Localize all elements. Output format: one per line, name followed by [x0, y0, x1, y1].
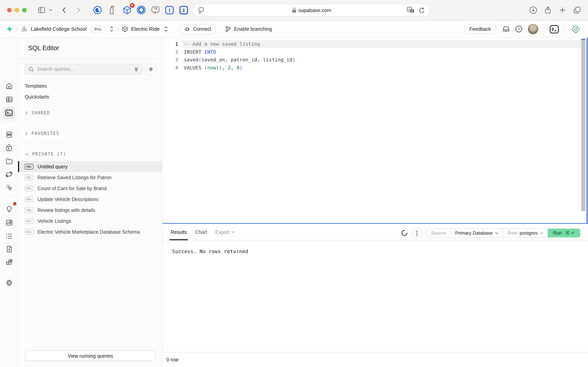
share-icon[interactable]: [544, 6, 552, 14]
query-list-item[interactable]: SQLElectric Vehicle Marketplace Database…: [18, 226, 162, 237]
zoom-window-button[interactable]: [22, 8, 27, 12]
edge-functions-icon[interactable]: [3, 168, 15, 180]
view-running-queries-button[interactable]: View running queries: [25, 350, 156, 361]
run-button[interactable]: Run ⌘ ↵: [548, 229, 580, 237]
terminal-icon[interactable]: [549, 24, 559, 34]
avatar[interactable]: [528, 24, 539, 34]
plug-icon: [184, 27, 190, 31]
tab-overview-icon[interactable]: [573, 6, 581, 14]
sql-badge-icon: SQL: [25, 175, 33, 180]
database-icon[interactable]: [3, 129, 15, 141]
sql-editor-icon[interactable]: [3, 107, 15, 119]
sql-badge-icon: SQL: [25, 208, 33, 213]
cleaner-extension-icon[interactable]: [108, 5, 115, 15]
clip-extension-icon[interactable]: [151, 6, 160, 15]
new-tab-icon[interactable]: [559, 6, 566, 14]
loading-spinner-icon: [401, 230, 408, 236]
heart-badge: ♥: [130, 3, 134, 8]
query-list: SQLUntitled querySQLRetrieve Saved Listi…: [18, 161, 162, 237]
org-icon: [21, 26, 27, 32]
supabase-logo[interactable]: [6, 25, 13, 33]
instapaper-alt-extension-icon[interactable]: I: [179, 6, 188, 15]
section-private[interactable]: PRIVATE (7): [25, 151, 66, 157]
sql-badge-icon: SQL: [25, 164, 33, 169]
query-list-item[interactable]: SQLUpdate Vehicle Descriptions: [18, 194, 162, 205]
code-lines: -- Add a new saved listingINSERT INTOsav…: [184, 40, 295, 72]
translate-icon[interactable]: A 文: [407, 7, 415, 14]
tab-chart[interactable]: Chart: [195, 224, 207, 240]
connect-button[interactable]: Connect: [179, 24, 216, 34]
reports-icon[interactable]: [3, 217, 15, 229]
search-input[interactable]: [36, 66, 131, 72]
home-icon[interactable]: [3, 80, 15, 92]
project-cube-icon: [122, 26, 128, 32]
search-queries-field[interactable]: [25, 64, 143, 75]
minimize-window-button[interactable]: [15, 8, 19, 12]
logs-icon[interactable]: [3, 230, 15, 242]
query-list-item[interactable]: SQLRetrieve Saved Listings for Patron: [18, 172, 162, 183]
query-list-item[interactable]: SQLCount of Cars for Sale by Brand: [18, 183, 162, 194]
tab-export[interactable]: Export: [215, 224, 235, 240]
address-bar[interactable]: supabase.com A 文: [193, 4, 430, 17]
assistant-diamond-icon[interactable]: [571, 25, 580, 33]
query-list-item[interactable]: SQLReview listings with details: [18, 205, 162, 216]
tab-results[interactable]: Results: [170, 224, 187, 240]
instapaper-extension-icon[interactable]: I: [165, 6, 174, 15]
nav-rail: [0, 38, 18, 367]
query-list-item[interactable]: SQLUntitled query: [18, 161, 162, 172]
storage-icon[interactable]: [3, 155, 15, 167]
integrations-icon[interactable]: [3, 256, 15, 268]
scrollbar-thumb[interactable]: [581, 41, 585, 211]
feedback-button[interactable]: Feedback: [464, 24, 496, 34]
package-extension-icon[interactable]: ♥: [122, 5, 132, 15]
svg-text:I: I: [183, 7, 185, 13]
inbox-icon[interactable]: [503, 26, 510, 32]
database-selector[interactable]: Primary Database: [450, 229, 503, 237]
chevron-down-icon[interactable]: [49, 8, 52, 11]
run-control-group: Source Primary Database Role postgres Ru…: [426, 228, 580, 238]
enable-branching-label[interactable]: Enable branching: [234, 26, 272, 32]
realtime-icon[interactable]: [3, 181, 15, 193]
help-icon[interactable]: ?: [515, 25, 522, 33]
quickstarts-link[interactable]: Quickstarts: [25, 94, 49, 100]
section-shared[interactable]: SHARED: [25, 110, 50, 116]
sql-editor-sidebar: SQL Editor Templates Quickstarts SHARED …: [18, 38, 163, 367]
close-window-button[interactable]: [7, 8, 12, 12]
chevrons-updown-icon[interactable]: [164, 26, 168, 32]
advisors-icon[interactable]: [3, 203, 15, 215]
more-options-button[interactable]: [412, 228, 421, 238]
table-editor-icon[interactable]: [3, 93, 15, 105]
chevron-right-icon: [25, 111, 28, 115]
reload-icon[interactable]: [419, 7, 425, 13]
new-query-button[interactable]: [146, 64, 156, 75]
chevrons-double-down-icon[interactable]: [134, 67, 139, 72]
api-docs-icon[interactable]: [3, 243, 15, 255]
code-line: -- Add a new saved listing: [184, 40, 295, 48]
section-favorites[interactable]: FAVORITES: [25, 131, 59, 136]
line-number: 1: [162, 40, 178, 48]
editor-scrollbar[interactable]: [581, 39, 585, 222]
project-name[interactable]: Electric Ride: [131, 26, 160, 32]
query-name: Review listings with details: [38, 208, 95, 213]
line-number: 4: [162, 64, 178, 72]
line-number: 2: [162, 48, 178, 56]
sql-badge-icon: SQL: [25, 229, 33, 235]
query-name: Vehicle Listings: [38, 218, 71, 224]
chevrons-updown-icon[interactable]: [109, 26, 114, 32]
query-list-item[interactable]: SQLVehicle Listings: [18, 216, 162, 226]
templates-link[interactable]: Templates: [25, 83, 47, 89]
auth-icon[interactable]: [3, 142, 15, 154]
download-icon[interactable]: [529, 6, 537, 14]
moon-extension-icon[interactable]: [93, 6, 102, 15]
sql-code-editor[interactable]: 1234 -- Add a new saved listingINSERT IN…: [162, 38, 588, 224]
forward-icon[interactable]: [74, 6, 82, 14]
role-selector[interactable]: Role postgres: [503, 229, 548, 237]
query-name: Update Vehicle Descriptions: [38, 197, 99, 202]
back-icon[interactable]: [61, 6, 68, 14]
org-name[interactable]: Lakefield College School: [31, 26, 86, 32]
url-text: supabase.com: [298, 7, 331, 13]
onepassword-extension-icon[interactable]: [136, 5, 146, 15]
settings-icon[interactable]: [3, 277, 15, 289]
browser-toolbar: ♥ I I: [0, 0, 588, 21]
sidebar-toggle-icon[interactable]: [38, 6, 46, 14]
